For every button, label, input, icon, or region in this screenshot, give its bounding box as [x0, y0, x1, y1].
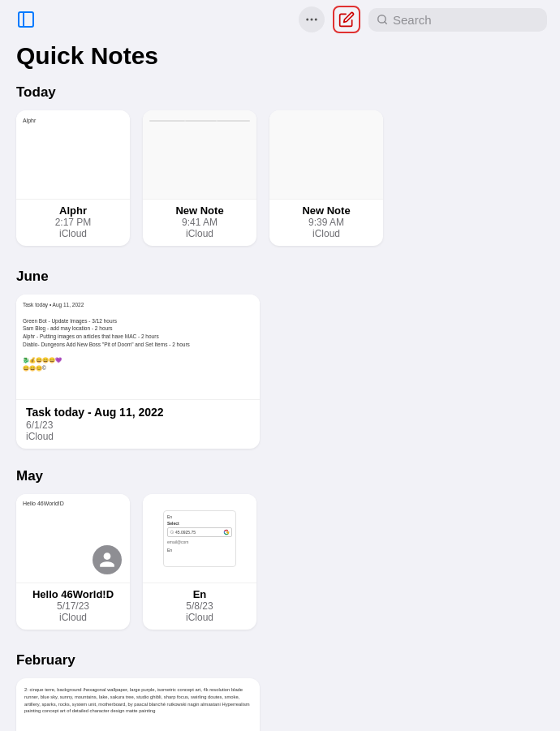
today-notes-grid: Alphr Alphr 2:17 PM iCloud New Note 9:41… [16, 110, 544, 246]
note-thumb-text-hello46: Hello 46World!D [23, 501, 64, 506]
en-search-row: 45.0925.75 [167, 527, 232, 537]
svg-point-4 [315, 19, 317, 21]
note-thumb-text-task: Task today • Aug 11, 2022 Green Bot - Up… [23, 301, 253, 372]
search-icon [377, 14, 388, 25]
note-thumbnail-alphr: Alphr [16, 110, 130, 200]
en-bottom-label: En [167, 548, 232, 553]
sidebar-icon [16, 10, 36, 29]
search-placeholder: Search [393, 13, 432, 27]
section-today: Today Alphr Alphr 2:17 PM iCloud New [16, 84, 544, 246]
svg-rect-0 [19, 12, 33, 27]
note-title-new1: New Note [170, 204, 228, 217]
main-content: Quick Notes Today Alphr Alphr 2:17 PM iC… [0, 42, 560, 731]
svg-point-3 [311, 19, 313, 21]
svg-point-2 [306, 19, 308, 21]
person-icon [98, 551, 116, 569]
note-account-alphr: iCloud [59, 228, 87, 239]
note-title-new2: New Note [297, 204, 355, 217]
note-thumb-text-alphr: Alphr [23, 117, 36, 125]
avatar [93, 545, 122, 574]
avatar-container [93, 545, 122, 574]
search-bar[interactable]: Search [368, 8, 547, 32]
note-thumb-text-feb: 2: cinque terre, background /hexagonal w… [24, 686, 252, 715]
section-header-today: Today [16, 84, 544, 101]
note-card-new-note-2[interactable]: New Note 9:39 AM iCloud [269, 110, 383, 246]
svg-line-6 [385, 22, 387, 24]
note-time-task: 6/1/23 [26, 419, 250, 431]
note-card-february[interactable]: 2: cinque terre, background /hexagonal w… [16, 678, 260, 731]
note-account-hello46: iCloud [59, 612, 87, 623]
en-inner-thumbnail: En Select 45.0925.75 em [163, 510, 236, 567]
header-left [13, 6, 39, 32]
compose-button[interactable] [333, 6, 360, 33]
note-thumbnail-hello46: Hello 46World!D [16, 494, 130, 583]
note-account-en: iCloud [186, 612, 213, 623]
note-wide-info-task: Task today - Aug 11, 2022 6/1/23 iCloud [16, 400, 260, 442]
note-thumbnail-en: En Select 45.0925.75 em [143, 494, 256, 583]
note-time-en: 5/8/23 [186, 600, 213, 612]
header-right: Search [299, 6, 547, 33]
en-email: email@com [167, 540, 232, 544]
note-card-hello46[interactable]: Hello 46World!D Hello 46World!D 5/17/23 … [16, 494, 130, 630]
note-card-en[interactable]: En Select 45.0925.75 em [143, 494, 256, 630]
note-title-en: En [188, 588, 212, 600]
note-card-alphr[interactable]: Alphr Alphr 2:17 PM iCloud [16, 110, 130, 246]
note-title-hello46: Hello 46World!D [28, 588, 118, 600]
compose-icon [338, 11, 355, 28]
note-title-task: Task today - Aug 11, 2022 [26, 405, 250, 419]
note-card-new-note-1[interactable]: New Note 9:41 AM iCloud [143, 110, 256, 246]
page-title: Quick Notes [16, 42, 544, 70]
section-june: June Task today • Aug 11, 2022 Green Bot… [16, 269, 544, 449]
section-header-may: May [16, 468, 544, 484]
google-icon [223, 529, 230, 535]
note-time-new2: 9:39 AM [308, 217, 344, 228]
note-thumbnail-feb: 2: cinque terre, background /hexagonal w… [16, 678, 260, 731]
more-options-button[interactable] [299, 6, 325, 32]
section-february: February 2: cinque terre, background /he… [16, 652, 544, 731]
note-account-new1: iCloud [186, 228, 213, 239]
note-thumbnail-new2 [269, 110, 383, 200]
note-time-hello46: 5/17/23 [57, 600, 89, 612]
section-header-june: June [16, 269, 544, 285]
may-notes-grid: Hello 46World!D Hello 46World!D 5/17/23 … [16, 494, 544, 630]
ellipsis-icon [304, 12, 319, 27]
note-account-task: iCloud [26, 431, 250, 442]
en-thumb-label: En [167, 514, 232, 519]
section-may: May Hello 46World!D Hello 46World!D 5/17… [16, 468, 544, 630]
header: Search [0, 0, 560, 39]
note-time-new1: 9:41 AM [182, 217, 218, 228]
en-amount: 45.0925.75 [175, 530, 196, 535]
note-account-new2: iCloud [312, 228, 340, 239]
sidebar-toggle-button[interactable] [13, 6, 39, 32]
note-card-task-today[interactable]: Task today • Aug 11, 2022 Green Bot - Up… [16, 295, 260, 449]
section-header-february: February [16, 652, 544, 669]
note-title-alphr: Alphr [54, 204, 92, 217]
note-thumbnail-new1 [143, 110, 256, 200]
note-time-alphr: 2:17 PM [55, 217, 92, 228]
note-thumbnail-task: Task today • Aug 11, 2022 Green Bot - Up… [16, 295, 260, 400]
en-search-icon [170, 530, 174, 535]
en-select-label: Select [167, 521, 232, 526]
